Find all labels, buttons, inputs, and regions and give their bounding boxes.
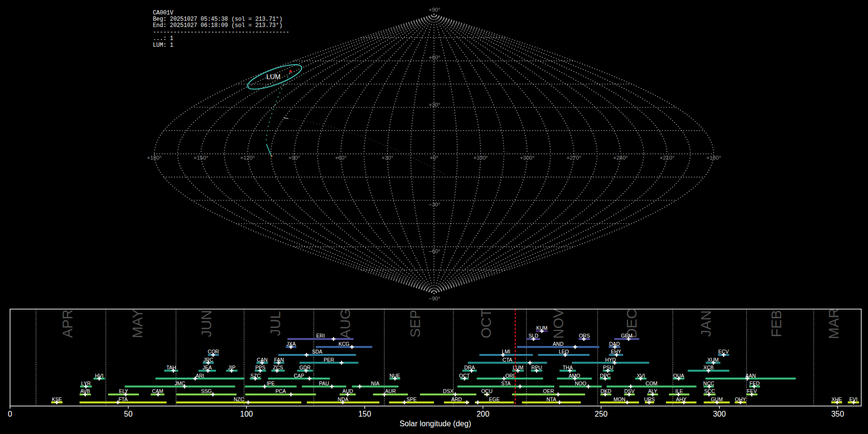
svg-text:NCC: NCC <box>703 380 714 386</box>
svg-text:XHE: XHE <box>831 396 842 402</box>
svg-text:CA001V: CA001V <box>153 10 174 16</box>
svg-text:PPS: PPS <box>256 365 266 370</box>
svg-text:MON: MON <box>613 396 625 402</box>
svg-text:+90°: +90° <box>288 155 300 161</box>
svg-text:OHY: OHY <box>735 396 746 402</box>
svg-text:JXA: JXA <box>286 341 296 347</box>
svg-text:DRA: DRA <box>464 365 475 370</box>
svg-text:+60°: +60° <box>429 54 440 60</box>
svg-text:JRC: JRC <box>203 357 214 363</box>
svg-text:KSE: KSE <box>52 396 62 402</box>
svg-text:ILE: ILE <box>676 388 683 394</box>
svg-text:ALY: ALY <box>648 388 657 394</box>
svg-text:+330°: +330° <box>473 155 488 161</box>
svg-text:DSV: DSV <box>624 388 635 394</box>
svg-text:OCU: OCU <box>481 388 492 394</box>
svg-text:CAP: CAP <box>294 373 304 379</box>
svg-text:AUR: AUR <box>385 388 396 394</box>
svg-text:KCG: KCG <box>339 341 350 347</box>
svg-text:SPE: SPE <box>407 396 417 402</box>
svg-text:+30°: +30° <box>429 102 440 108</box>
svg-text:+240°: +240° <box>613 155 628 161</box>
svg-text:ORI: ORI <box>505 373 515 379</box>
svg-text:GDR: GDR <box>299 365 311 370</box>
svg-text:+120°: +120° <box>240 155 255 161</box>
svg-text:STA: STA <box>501 380 511 386</box>
svg-text:LUM: LUM <box>266 73 281 81</box>
svg-text:SEP: SEP <box>407 310 423 338</box>
svg-text:FEB: FEB <box>769 310 784 337</box>
svg-text:AUD: AUD <box>342 388 353 394</box>
svg-text:300: 300 <box>713 410 726 418</box>
svg-text:SDA: SDA <box>312 349 323 354</box>
svg-text:LYR: LYR <box>81 380 91 386</box>
svg-text:COM: COM <box>646 380 658 386</box>
svg-text:HVI: HVI <box>95 373 104 379</box>
svg-text:JUL: JUL <box>268 311 283 336</box>
svg-text:250: 250 <box>595 410 608 418</box>
svg-text:ARD: ARD <box>451 396 462 402</box>
svg-text:FED: FED <box>749 380 760 386</box>
svg-text:+150°: +150° <box>193 155 208 161</box>
svg-text:+90°: +90° <box>429 7 440 13</box>
svg-text:+180°: +180° <box>706 155 721 161</box>
svg-text:KUM: KUM <box>536 325 547 331</box>
svg-text:JMC: JMC <box>175 380 185 386</box>
svg-text:ARI: ARI <box>196 373 204 379</box>
svg-text:NOO: NOO <box>575 380 586 386</box>
svg-text:LMI: LMI <box>502 349 511 354</box>
svg-text:PAU: PAU <box>319 380 329 386</box>
svg-text:PSU: PSU <box>603 365 614 370</box>
svg-text:XCB: XCB <box>703 365 714 370</box>
svg-text:DAD: DAD <box>609 341 620 347</box>
svg-text:AHY: AHY <box>676 396 687 402</box>
svg-text:+180°: +180° <box>147 155 162 161</box>
svg-text:+60°: +60° <box>335 155 347 161</box>
svg-text:...: 1: ...: 1 <box>153 35 173 42</box>
svg-text:NUE: NUE <box>390 373 400 379</box>
svg-text:100: 100 <box>240 410 253 418</box>
svg-text:JAN: JAN <box>698 311 714 337</box>
svg-text:IPE: IPE <box>267 380 275 386</box>
svg-text:EGE: EGE <box>489 396 500 402</box>
svg-text:150: 150 <box>358 410 371 418</box>
svg-text:200: 200 <box>476 410 489 418</box>
svg-text:Solar longitude (deg): Solar longitude (deg) <box>399 420 471 428</box>
svg-text:ZCS: ZCS <box>273 365 283 370</box>
svg-text:0: 0 <box>8 410 12 418</box>
svg-text:EHY: EHY <box>611 349 622 354</box>
svg-text:SSG: SSG <box>201 388 212 394</box>
svg-text:FAN: FAN <box>274 357 284 363</box>
svg-text:XVI: XVI <box>637 373 645 379</box>
svg-text:ERI: ERI <box>316 333 325 339</box>
svg-text:NTA: NTA <box>546 396 556 402</box>
svg-text:CTA: CTA <box>502 357 512 363</box>
svg-text:Beg: 20251027 05:45:38 (sol =: Beg: 20251027 05:45:38 (sol = 213.71°) <box>153 16 283 23</box>
svg-text:NDA: NDA <box>338 396 348 402</box>
svg-text:350: 350 <box>831 410 844 418</box>
svg-text:LUM: 1: LUM: 1 <box>153 42 173 49</box>
svg-text:JIP: JIP <box>228 365 235 370</box>
svg-text:RPU: RPU <box>531 365 542 370</box>
svg-text:ORS: ORS <box>579 333 590 339</box>
svg-text:CAN: CAN <box>257 357 268 363</box>
svg-text:GEM: GEM <box>621 333 633 339</box>
svg-text:AVB: AVB <box>81 388 90 394</box>
svg-text:HYD: HYD <box>605 357 616 363</box>
svg-text:SZC: SZC <box>250 373 260 379</box>
svg-text:LUM: LUM <box>513 365 523 370</box>
svg-text:PER: PER <box>324 357 334 363</box>
svg-text:NIA: NIA <box>371 380 380 386</box>
svg-text:SCC: SCC <box>704 388 715 394</box>
svg-text:−30°: −30° <box>429 202 440 207</box>
svg-text:JUN: JUN <box>199 310 214 337</box>
svg-text:JEA: JEA <box>203 365 212 370</box>
svg-text:NOV: NOV <box>551 308 566 339</box>
svg-text:QUA: QUA <box>673 373 684 379</box>
svg-text:MAR: MAR <box>826 308 841 339</box>
svg-text:AUG: AUG <box>338 309 353 339</box>
svg-text:APR: APR <box>60 309 75 338</box>
svg-text:OER: OER <box>543 388 554 394</box>
svg-text:XUM: XUM <box>707 357 719 363</box>
svg-text:50: 50 <box>124 410 133 418</box>
